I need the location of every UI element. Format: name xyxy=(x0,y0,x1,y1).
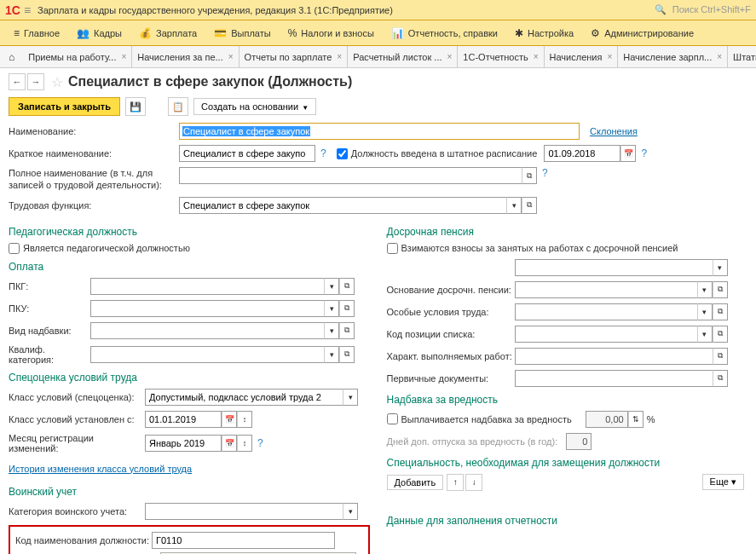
tab-priemy[interactable]: Приемы на работу...× xyxy=(23,46,132,67)
mes-input[interactable] xyxy=(145,435,222,452)
intro-date-input[interactable] xyxy=(544,145,620,162)
pension-checkbox[interactable] xyxy=(387,243,398,254)
menu-nalogi[interactable]: %Налоги и взносы xyxy=(280,20,383,45)
spinner-icon[interactable]: ↕ xyxy=(237,435,252,452)
dropdown-icon[interactable]: ▾ xyxy=(506,197,522,214)
name-input[interactable]: Специалист в сфере закупок xyxy=(179,123,580,140)
ust-input[interactable] xyxy=(145,411,222,428)
forward-button[interactable]: → xyxy=(27,73,44,90)
short-input[interactable] xyxy=(179,145,315,162)
create-based-button[interactable]: Создать на основании▼ xyxy=(193,98,316,115)
dropdown-icon[interactable]: ▾ xyxy=(343,503,358,520)
menu-zarplata[interactable]: 💰Зарплата xyxy=(130,20,205,45)
dropdown-icon[interactable]: ▾ xyxy=(697,326,713,343)
tab-1c-otchet[interactable]: 1С-Отчетность× xyxy=(458,46,544,67)
calendar-icon[interactable]: 📅 xyxy=(620,145,636,162)
close-icon[interactable]: × xyxy=(228,52,234,61)
dropdown-icon[interactable]: ▾ xyxy=(324,300,339,317)
dropdown-icon[interactable]: ▾ xyxy=(697,281,713,298)
spinner-icon[interactable]: ↕ xyxy=(237,411,252,428)
usl-input[interactable] xyxy=(515,303,697,320)
har-input[interactable] xyxy=(515,348,713,365)
move-down-button[interactable]: ↓ xyxy=(465,474,482,491)
pku-input[interactable] xyxy=(90,300,324,317)
help-icon[interactable]: ? xyxy=(542,167,548,179)
close-icon[interactable]: × xyxy=(607,52,612,61)
pension-chk-label: Взимаются взносы за занятых на работах с… xyxy=(401,243,678,253)
open-icon[interactable]: ⧉ xyxy=(713,326,728,343)
close-icon[interactable]: × xyxy=(447,52,453,61)
pension-top-input[interactable] xyxy=(515,259,713,276)
perv-input[interactable] xyxy=(515,370,713,387)
close-icon[interactable]: × xyxy=(717,52,722,61)
help-icon[interactable]: ? xyxy=(320,147,326,159)
list-button[interactable]: 📋 xyxy=(168,97,188,116)
hamburger-icon[interactable]: ≡ xyxy=(24,3,31,17)
close-icon[interactable]: × xyxy=(121,52,126,61)
func-label: Трудовая функция: xyxy=(9,200,179,211)
dropdown-icon[interactable]: ▾ xyxy=(697,303,713,320)
full-input[interactable] xyxy=(179,167,522,184)
star-icon[interactable]: ☆ xyxy=(51,74,63,90)
kod-input[interactable] xyxy=(152,532,335,549)
wallet-icon: 💳 xyxy=(214,27,227,39)
kvalif-input[interactable] xyxy=(90,346,324,363)
kodp-input[interactable] xyxy=(515,326,697,343)
calendar-icon[interactable]: 📅 xyxy=(222,435,237,452)
open-icon[interactable]: ⧉ xyxy=(713,281,728,298)
open-icon[interactable]: ⧉ xyxy=(339,322,355,339)
open-icon[interactable]: ⧉ xyxy=(522,197,537,214)
global-search[interactable]: 🔍 Поиск Ctrl+Shift+F xyxy=(655,4,751,15)
dropdown-icon[interactable]: ▾ xyxy=(713,259,728,276)
help-icon[interactable]: ? xyxy=(257,437,263,449)
calendar-icon[interactable]: 📅 xyxy=(222,411,237,428)
intro-checkbox[interactable] xyxy=(337,148,348,159)
dropdown-icon[interactable]: ▾ xyxy=(324,346,339,363)
dropdown-icon[interactable]: ▾ xyxy=(324,322,339,339)
dop-label: Дней доп. отпуска за вредность (в год): xyxy=(387,436,558,447)
klass-input[interactable] xyxy=(145,389,343,406)
open-icon[interactable]: ⧉ xyxy=(522,167,537,184)
open-icon[interactable]: ⧉ xyxy=(713,370,728,387)
help-icon[interactable]: ? xyxy=(641,147,647,159)
tab-home-icon[interactable]: ⌂ xyxy=(0,51,23,63)
nadbavka-input[interactable] xyxy=(90,322,324,339)
report-icon: 📊 xyxy=(391,27,404,39)
dropdown-icon[interactable]: ▾ xyxy=(343,389,358,406)
func-input[interactable] xyxy=(179,197,506,214)
tab-nachisl1[interactable]: Начисления за пе...× xyxy=(132,46,239,67)
close-icon[interactable]: × xyxy=(337,52,342,61)
close-icon[interactable]: × xyxy=(534,52,539,61)
menu-nastroika[interactable]: ✱Настройка xyxy=(506,20,582,45)
open-icon[interactable]: ⧉ xyxy=(713,348,728,365)
dropdown-icon[interactable]: ▾ xyxy=(324,278,339,295)
open-icon[interactable]: ⧉ xyxy=(339,278,355,295)
open-icon[interactable]: ⧉ xyxy=(713,303,728,320)
menu-otchet[interactable]: 📊Отчетность, справки xyxy=(383,20,506,45)
menu-main[interactable]: ≡Главное xyxy=(5,20,68,45)
add-button[interactable]: Добавить xyxy=(387,475,444,490)
menu-vyplaty[interactable]: 💳Выплаты xyxy=(205,20,279,45)
pkg-input[interactable] xyxy=(90,278,324,295)
tab-otchety[interactable]: Отчеты по зарплате× xyxy=(239,46,349,67)
open-icon[interactable]: ⧉ xyxy=(339,346,355,363)
tab-listok[interactable]: Расчетный листок ...× xyxy=(348,46,458,67)
osn-input[interactable] xyxy=(515,281,697,298)
ped-checkbox[interactable] xyxy=(9,243,20,254)
kat-input[interactable] xyxy=(145,503,343,520)
declension-link[interactable]: Склонения xyxy=(590,126,638,136)
menu-kadry[interactable]: 👥Кадры xyxy=(68,20,130,45)
move-up-button[interactable]: ↑ xyxy=(447,474,464,491)
save-button[interactable]: 💾 xyxy=(125,97,146,116)
menu-admin[interactable]: ⚙Администрирование xyxy=(582,20,702,45)
tab-shtat[interactable]: Штатное расписание× xyxy=(728,46,756,67)
back-button[interactable]: ← xyxy=(9,73,26,90)
pension-header: Досрочная пенсия xyxy=(387,226,748,238)
open-icon[interactable]: ⧉ xyxy=(339,300,355,317)
nadb-checkbox[interactable] xyxy=(387,413,398,424)
more-button[interactable]: Еще ▾ xyxy=(702,474,744,490)
save-close-button[interactable]: Записать и закрыть xyxy=(9,97,120,116)
tab-nachisl2[interactable]: Начисления× xyxy=(545,46,619,67)
history-link[interactable]: История изменения класса условий труда xyxy=(9,464,192,474)
tab-nachisl-zarpl[interactable]: Начисление зарпл...× xyxy=(618,46,728,67)
